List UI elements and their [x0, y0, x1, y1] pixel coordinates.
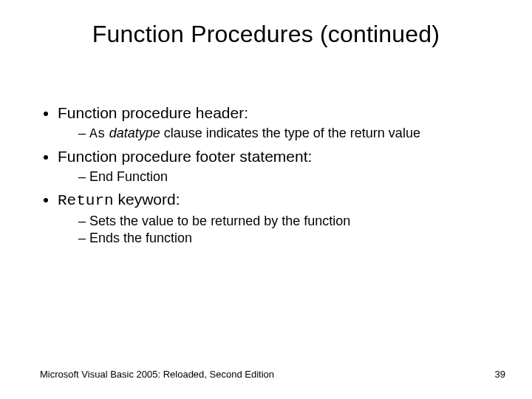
sub-sets-value: Sets the value to be returned by the fun…	[78, 213, 492, 230]
footer-source: Microsoft Visual Basic 2005: Reloaded, S…	[40, 369, 274, 380]
bullet-list: Function procedure header: As datatype c…	[40, 103, 492, 247]
sub-as-datatype: As datatype clause indicates the type of…	[78, 125, 492, 143]
text-clause: clause indicates the type of the return …	[160, 126, 420, 140]
sub-list-footer: End Function	[58, 168, 492, 185]
sub-ends-function: Ends the function	[78, 230, 492, 247]
bullet-footer-text: Function procedure footer statement:	[58, 148, 312, 165]
sub-list-return: Sets the value to be returned by the fun…	[58, 213, 492, 247]
page-number: 39	[495, 369, 505, 380]
text-keyword: keyword:	[114, 191, 180, 208]
code-as: As	[89, 126, 106, 141]
slide-body: Function procedure header: As datatype c…	[40, 103, 492, 251]
bullet-header: Function procedure header: As datatype c…	[58, 103, 492, 143]
sub-list-header: As datatype clause indicates the type of…	[58, 125, 492, 143]
bullet-header-text: Function procedure header:	[58, 104, 248, 121]
slide: Function Procedures (continued) Function…	[0, 0, 532, 399]
slide-title: Function Procedures (continued)	[0, 21, 532, 48]
sub-end-function: End Function	[78, 168, 492, 185]
bullet-return: Return keyword: Sets the value to be ret…	[58, 190, 492, 247]
code-return: Return	[58, 192, 114, 209]
italic-datatype: datatype	[106, 126, 160, 140]
bullet-footer: Function procedure footer statement: End…	[58, 147, 492, 185]
